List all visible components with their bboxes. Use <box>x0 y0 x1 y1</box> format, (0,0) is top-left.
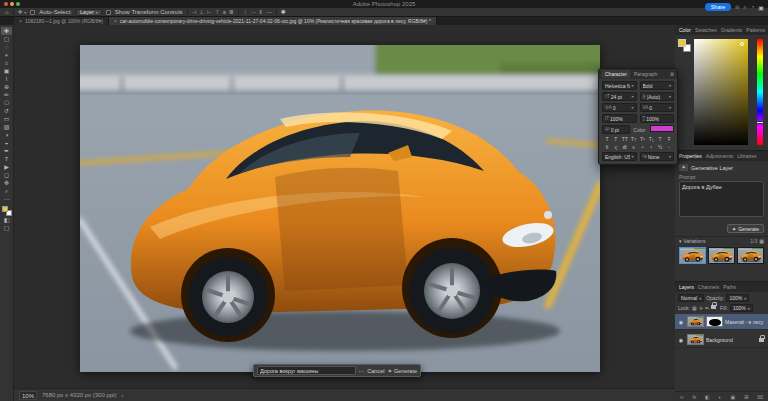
color-picker-cursor[interactable] <box>740 42 744 46</box>
help-icon[interactable]: ◔ <box>751 4 755 10</box>
clone-stamp-tool[interactable]: ⎔ <box>1 99 12 107</box>
tab-libraries[interactable]: Libraries <box>737 153 756 159</box>
new-group-icon[interactable]: ▣ <box>731 394 736 400</box>
adjustment-layer-icon[interactable]: ◐ <box>719 394 722 400</box>
foreground-color-swatch[interactable] <box>2 206 8 212</box>
close-tab-icon[interactable]: × <box>19 18 22 24</box>
history-brush-tool[interactable]: ↺ <box>1 107 12 115</box>
tracking-field[interactable]: VA0▾ <box>640 103 675 112</box>
distribute-buttons[interactable]: ⋮ ⋯ ⫴ <box>243 9 262 16</box>
align-middle-icon[interactable]: ≡ <box>223 9 226 15</box>
cancel-button[interactable]: Cancel <box>367 368 384 374</box>
workspace-gear-icon[interactable]: ✱ <box>281 8 286 17</box>
distribute-spacing-icon[interactable]: ⫴ <box>260 9 262 16</box>
saturation-brightness-picker[interactable] <box>694 39 748 145</box>
visibility-eye-icon[interactable]: ◉ <box>677 337 685 343</box>
variation-thumbnail-3[interactable] <box>737 247 764 264</box>
quick-mask-icon[interactable]: ◧ <box>1 216 12 224</box>
zoom-tool[interactable]: ⌕ <box>1 187 12 195</box>
align-bottom-icon[interactable]: ≣ <box>229 9 234 15</box>
type-tool[interactable]: T <box>1 155 12 163</box>
marquee-tool[interactable]: ▢ <box>1 35 12 43</box>
canvas-area[interactable]: ⋯ Cancel ✦ Generate 10% 7680 px x 4320 p… <box>14 25 675 401</box>
generate-button[interactable]: ✦ Generate <box>727 224 764 233</box>
panel-menu-icon[interactable]: ≣ <box>670 71 674 77</box>
discretionary-ligatures-button[interactable]: ﬆ <box>621 144 629 150</box>
new-layer-icon[interactable]: ⊞ <box>744 394 748 400</box>
lock-transparency-icon[interactable]: ▦ <box>692 305 697 311</box>
pen-tool[interactable]: ✒ <box>1 147 12 155</box>
layer-row-generative[interactable]: ◉ Maserati - в лесу <box>675 314 768 330</box>
status-chevron-icon[interactable]: › <box>121 392 123 398</box>
font-family-dropdown[interactable]: Helvetica Neue▾ <box>602 81 637 90</box>
distribute-vertical-icon[interactable]: ⋮ <box>243 9 249 16</box>
font-style-dropdown[interactable]: Bold▾ <box>640 81 675 90</box>
faux-italic-button[interactable]: T <box>612 136 620 142</box>
tab-paths[interactable]: Paths <box>723 284 736 290</box>
tab-properties[interactable]: Properties <box>679 153 702 159</box>
dodge-tool[interactable]: ◒ <box>1 139 12 147</box>
crop-tool[interactable]: ⌗ <box>1 59 12 67</box>
document-image[interactable] <box>80 45 600 372</box>
generative-prompt-input[interactable] <box>257 366 356 375</box>
workspace-switcher-icon[interactable]: ▣ <box>758 4 764 11</box>
distribute-horizontal-icon[interactable]: ⋯ <box>251 9 257 16</box>
align-right-icon[interactable]: ⊢ <box>207 9 212 15</box>
stylistic-alternates-button[interactable]: ᵃ <box>638 144 646 150</box>
share-button[interactable]: Share <box>705 3 732 11</box>
notifications-bell-icon[interactable]: ⍾ <box>735 4 739 11</box>
document-tab-1[interactable]: × 1082180-~1.jpg @ 100% (RGB/8#) <box>14 17 109 25</box>
align-buttons[interactable]: ⊣ ⊥ ⊢ ⊤ ≡ ≣ <box>192 9 234 15</box>
brush-tool[interactable]: ✏ <box>1 91 12 99</box>
healing-brush-tool[interactable]: ⊕ <box>1 83 12 91</box>
strikethrough-button[interactable]: Ŧ <box>665 136 673 142</box>
faux-bold-button[interactable]: T <box>603 136 611 142</box>
layer-name[interactable]: Background <box>706 337 757 343</box>
align-center-icon[interactable]: ⊥ <box>199 9 204 15</box>
frame-tool[interactable]: ▣ <box>1 67 12 75</box>
opacity-dropdown[interactable]: 100%▾ <box>726 294 749 302</box>
layer-name[interactable]: Maserati - в лесу <box>725 319 766 325</box>
anti-alias-dropdown[interactable]: ªaNone▾ <box>640 152 675 161</box>
search-icon[interactable]: ⌕ <box>743 4 746 11</box>
swash-button[interactable]: ᴀ <box>630 144 638 150</box>
move-tool-preset-icon[interactable]: ✛ ▾ <box>18 8 27 17</box>
collapse-chevron-icon[interactable]: ▾ <box>679 238 682 244</box>
align-top-icon[interactable]: ⊤ <box>215 9 220 15</box>
vertical-scale-field[interactable]: IT100% <box>602 114 637 123</box>
variation-thumbnail-1[interactable] <box>679 247 706 264</box>
foreground-color-swatch[interactable] <box>678 39 686 47</box>
more-options-icon[interactable]: ⋯ <box>266 8 272 17</box>
tab-gradients[interactable]: Gradients <box>721 27 743 33</box>
titling-alternates-button[interactable]: ¹ <box>647 144 655 150</box>
eyedropper-tool[interactable]: ⌇ <box>1 75 12 83</box>
hue-slider-handle[interactable] <box>756 121 764 124</box>
align-left-icon[interactable]: ⊣ <box>192 9 197 15</box>
add-mask-icon[interactable]: ◧ <box>705 394 710 400</box>
tab-patterns[interactable]: Patterns <box>746 27 765 33</box>
contextual-alternates-button[interactable]: ς <box>612 144 620 150</box>
lasso-tool[interactable]: ◌ <box>1 43 12 51</box>
layer-effects-icon[interactable]: fx <box>692 394 696 400</box>
blur-tool[interactable]: ◑ <box>1 131 12 139</box>
language-dropdown[interactable]: English: USA▾ <box>602 152 637 161</box>
generate-button[interactable]: ✦ Generate <box>387 368 417 374</box>
layer-thumbnail[interactable] <box>687 316 704 327</box>
tab-layers[interactable]: Layers <box>679 284 694 290</box>
auto-select-dropdown[interactable]: Layer▾ <box>76 9 102 16</box>
show-transform-checkbox[interactable] <box>106 10 111 15</box>
horizontal-scale-field[interactable]: T̲100% <box>640 114 675 123</box>
lock-position-icon[interactable]: ✛ <box>699 305 703 311</box>
ligatures-button[interactable]: ﬁ <box>603 144 611 150</box>
move-tool[interactable]: ✛ <box>1 27 12 35</box>
foreground-background-swatches[interactable] <box>2 206 12 216</box>
fill-dropdown[interactable]: 100%▾ <box>730 304 753 312</box>
tab-channels[interactable]: Channels <box>698 284 719 290</box>
lock-pixels-icon[interactable]: ✏ <box>705 305 709 311</box>
edit-toolbar-icon[interactable]: ⋯ <box>1 195 12 203</box>
shape-tool[interactable]: ◻ <box>1 171 12 179</box>
link-layers-icon[interactable]: ∞ <box>680 394 684 400</box>
screen-mode-icon[interactable]: ▢ <box>1 224 12 232</box>
eraser-tool[interactable]: ▭ <box>1 115 12 123</box>
delete-layer-icon[interactable]: ⌧ <box>757 394 763 400</box>
